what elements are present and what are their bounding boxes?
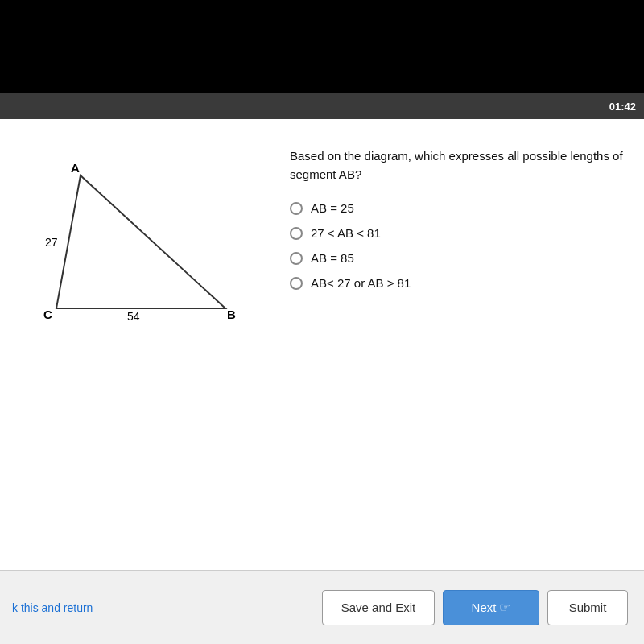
next-cursor-icon: ☞ [499, 600, 510, 615]
mark-return-link[interactable]: k this and return [12, 601, 93, 614]
answer-options: AB = 25 27 < AB < 81 AB = 85 AB< 27 or A… [290, 201, 628, 290]
next-button-label: Next [472, 601, 497, 614]
question-text: Based on the diagram, which expresses al… [290, 147, 628, 184]
radio-option-4[interactable] [290, 277, 303, 290]
option-3-text: AB = 85 [311, 251, 354, 265]
side-ac-label: 27 [45, 236, 58, 249]
vertex-b-label: B [227, 308, 236, 321]
option-2[interactable]: 27 < AB < 81 [290, 226, 628, 240]
triangle-diagram: A B C 27 54 [40, 159, 250, 336]
option-4[interactable]: AB< 27 or AB > 81 [290, 276, 628, 290]
question-panel: Based on the diagram, which expresses al… [274, 143, 628, 554]
option-3[interactable]: AB = 85 [290, 251, 628, 265]
main-content: A B C 27 54 Based on the diagram, which … [0, 119, 644, 570]
chrome-bar: 01:42 [0, 93, 644, 119]
radio-option-3[interactable] [290, 252, 303, 265]
option-2-text: 27 < AB < 81 [311, 226, 381, 240]
svg-marker-0 [56, 175, 225, 308]
submit-button[interactable]: Submit [547, 590, 628, 625]
time-display: 01:42 [609, 101, 636, 113]
vertex-a-label: A [71, 161, 80, 175]
side-cb-label: 54 [127, 310, 140, 323]
option-1-text: AB = 25 [311, 201, 354, 215]
vertex-c-label: C [43, 308, 52, 321]
diagram-panel: A B C 27 54 [16, 143, 274, 554]
next-button[interactable]: Next ☞ [443, 590, 539, 625]
bottom-bar: k this and return Save and Exit Next ☞ S… [0, 570, 644, 644]
top-bar: 01:42 [0, 0, 644, 119]
save-exit-button[interactable]: Save and Exit [322, 590, 435, 625]
option-4-text: AB< 27 or AB > 81 [311, 276, 411, 290]
option-1[interactable]: AB = 25 [290, 201, 628, 215]
radio-option-1[interactable] [290, 202, 303, 215]
radio-option-2[interactable] [290, 227, 303, 240]
